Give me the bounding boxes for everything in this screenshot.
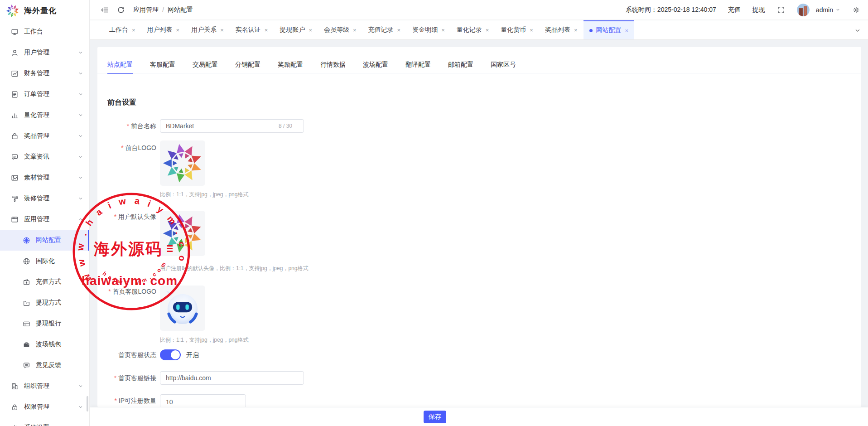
- menu-fold-icon[interactable]: [101, 6, 109, 14]
- sidebar-item-prize-mgmt[interactable]: 奖品管理: [0, 126, 89, 146]
- subtab-tron-config[interactable]: 波场配置: [363, 61, 388, 74]
- ip-limit-input[interactable]: [160, 394, 246, 407]
- sidebar-item-tron-wallet[interactable]: 波场钱包: [0, 334, 89, 355]
- tab-fund-details[interactable]: 资金明细×: [406, 20, 451, 39]
- sidebar-item-label: 系统设置: [24, 424, 49, 426]
- tab-quant-records[interactable]: 量化记录×: [451, 20, 495, 39]
- sidebar-item-label: 提现方式: [36, 299, 61, 307]
- sidebar-item-material-mgmt[interactable]: 素材管理: [0, 167, 89, 188]
- service-logo-label: 首页客服LOGO: [97, 288, 156, 296]
- tab-close-icon[interactable]: ×: [176, 27, 180, 33]
- tab-close-icon[interactable]: ×: [132, 27, 135, 33]
- subtab-reward-config[interactable]: 奖励配置: [278, 61, 303, 74]
- tab-recharge-records[interactable]: 充值记录×: [362, 20, 407, 39]
- sidebar-item-org-mgmt[interactable]: 组织管理: [0, 376, 89, 397]
- tab-site-config[interactable]: 网站配置×: [583, 20, 635, 39]
- site-logo-caption: 比例：1:1，支持jpg，jpeg，png格式: [160, 191, 248, 198]
- user-menu[interactable]: admin: [816, 6, 840, 14]
- sidebar-item-auth-mgmt[interactable]: 权限管理: [0, 397, 89, 417]
- sidebar-item-decor-mgmt[interactable]: 装修管理: [0, 188, 89, 209]
- site-logo-image: [162, 142, 203, 184]
- avatar[interactable]: [797, 4, 810, 16]
- sidebar-item-feedback[interactable]: 意见反馈: [0, 355, 89, 376]
- subtab-mail-config[interactable]: 邮箱配置: [448, 61, 473, 74]
- admin-app: 海外量化 工作台 用户管理 财务管理 订单管理 量化管理 奖品管理: [0, 0, 868, 426]
- sidebar-item-i18n[interactable]: 国际化: [0, 251, 89, 271]
- sidebar-item-system-settings[interactable]: 系统设置: [0, 417, 89, 426]
- bars-icon: [11, 111, 19, 119]
- breadcrumb-separator: /: [162, 6, 164, 14]
- sidebar-scrollbar-thumb[interactable]: [87, 396, 88, 411]
- withdraw-link[interactable]: 提现: [752, 6, 765, 14]
- tab-realname-auth[interactable]: 实名认证×: [230, 20, 274, 39]
- char-counter: 8 / 30: [279, 123, 292, 129]
- tab-close-icon[interactable]: ×: [220, 27, 224, 33]
- subtab-translate-config[interactable]: 翻译配置: [405, 61, 431, 74]
- recharge-link[interactable]: 充值: [728, 6, 741, 14]
- sidebar-item-order-mgmt[interactable]: 订单管理: [0, 84, 89, 105]
- site-logo-upload[interactable]: [160, 140, 205, 186]
- tab-close-icon[interactable]: ×: [353, 27, 357, 33]
- tab-withdraw-account[interactable]: 提现账户×: [274, 20, 318, 39]
- subtab-distribution-config[interactable]: 分销配置: [235, 61, 260, 74]
- default-avatar-image: [162, 213, 203, 254]
- sidebar-item-user-mgmt[interactable]: 用户管理: [0, 42, 89, 63]
- sidebar-item-site-config[interactable]: 网站配置: [0, 230, 89, 251]
- tab-close-icon[interactable]: ×: [625, 28, 629, 34]
- chevron-up-icon: [78, 217, 83, 222]
- subtab-trade-config[interactable]: 交易配置: [193, 61, 218, 74]
- sidebar-item-finance-mgmt[interactable]: 财务管理: [0, 63, 89, 84]
- tab-workbench[interactable]: 工作台×: [103, 20, 141, 39]
- default-avatar-upload[interactable]: [160, 211, 205, 256]
- sidebar-item-recharge-method[interactable]: 充值方式: [0, 271, 89, 292]
- sidebar-item-app-mgmt[interactable]: 应用管理: [0, 209, 89, 230]
- subtab-service-config[interactable]: 客服配置: [150, 61, 175, 74]
- tab-label: 奖品列表: [545, 26, 570, 34]
- service-status-toggle[interactable]: [160, 349, 181, 360]
- sidebar-item-label: 奖品管理: [24, 132, 49, 140]
- tab-user-list[interactable]: 用户列表×: [141, 20, 186, 39]
- tab-close-icon[interactable]: ×: [441, 27, 445, 33]
- sidebar-item-quant-mgmt[interactable]: 量化管理: [0, 105, 89, 126]
- tab-quant-currency[interactable]: 量化货币×: [495, 20, 539, 39]
- tab-close-icon[interactable]: ×: [574, 27, 578, 33]
- chevron-down-icon: [78, 50, 83, 55]
- tab-close-icon[interactable]: ×: [486, 27, 489, 33]
- sidebar-item-label: 组织管理: [24, 382, 49, 390]
- save-button[interactable]: 保存: [424, 411, 446, 423]
- lock-icon: [11, 403, 19, 411]
- sidebar-item-label: 提现银行: [36, 320, 61, 328]
- building-icon: [11, 382, 19, 390]
- sidebar-item-withdraw-bank[interactable]: 提现银行: [0, 313, 89, 334]
- tab-close-icon[interactable]: ×: [309, 27, 312, 33]
- gear-icon: [11, 424, 19, 426]
- subtab-site-config[interactable]: 站点配置: [107, 61, 133, 74]
- breadcrumb-item: 网站配置: [168, 6, 193, 14]
- tab-close-icon[interactable]: ×: [397, 27, 401, 33]
- sidebar-item-withdraw-method[interactable]: 提现方式: [0, 292, 89, 313]
- bag-icon: [11, 132, 19, 140]
- sidebar-item-label: 充值方式: [36, 278, 61, 286]
- sidebar-item-article-news[interactable]: 文章资讯: [0, 146, 89, 167]
- sidebar-item-workbench[interactable]: 工作台: [0, 21, 89, 42]
- ip-limit-label: IP可注册数量: [97, 397, 156, 405]
- subtab-market-data[interactable]: 行情数据: [320, 61, 346, 74]
- settings-gear-icon[interactable]: [852, 6, 860, 14]
- toggle-knob: [171, 350, 180, 359]
- fullscreen-icon[interactable]: [777, 6, 785, 14]
- image-icon: [11, 174, 19, 182]
- service-link-input[interactable]: [160, 371, 304, 385]
- tab-prize-list[interactable]: 奖品列表×: [539, 20, 583, 39]
- tab-close-icon[interactable]: ×: [530, 27, 533, 33]
- tab-user-relation[interactable]: 用户关系×: [185, 20, 230, 39]
- service-logo-upload[interactable]: [160, 286, 205, 331]
- tab-close-icon[interactable]: ×: [265, 27, 268, 33]
- sidebar-item-label: 财务管理: [24, 69, 49, 77]
- refresh-icon[interactable]: [117, 6, 125, 14]
- chart-icon: [11, 70, 19, 77]
- breadcrumb-item[interactable]: 应用管理: [133, 6, 159, 14]
- tab-member-level[interactable]: 会员等级×: [318, 20, 362, 39]
- subtab-country-code[interactable]: 国家区号: [491, 61, 516, 74]
- tabbar-overflow-chevron[interactable]: [854, 20, 861, 40]
- sidebar-item-label: 网站配置: [36, 236, 61, 244]
